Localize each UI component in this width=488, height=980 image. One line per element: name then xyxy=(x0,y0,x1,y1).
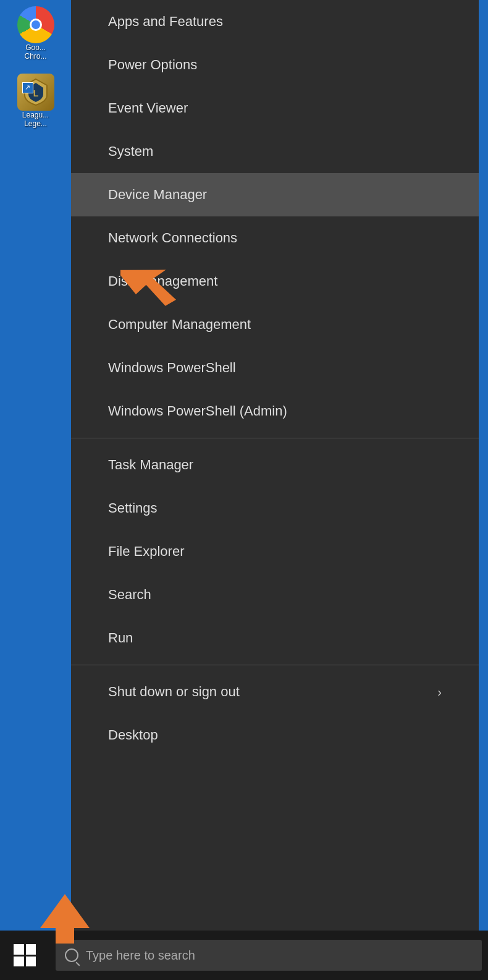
menu-item-power-options[interactable]: Power Options xyxy=(71,43,479,87)
chrome-desktop-icon[interactable]: Goo...Chro... xyxy=(8,6,64,61)
menu-item-search[interactable]: Search xyxy=(71,573,479,616)
search-placeholder-text: Type here to search xyxy=(86,948,195,963)
svg-text:L: L xyxy=(33,88,38,98)
chrome-icon-label: Goo...Chro... xyxy=(24,43,46,61)
taskbar-search-bar[interactable]: Type here to search xyxy=(56,940,482,971)
menu-item-apps-and-features[interactable]: Apps and Features xyxy=(71,0,479,43)
menu-item-device-manager[interactable]: Device Manager xyxy=(71,173,479,216)
menu-item-desktop[interactable]: Desktop xyxy=(71,714,479,757)
start-button[interactable] xyxy=(0,931,49,980)
context-menu: Apps and Features Power Options Event Vi… xyxy=(71,0,479,946)
menu-item-shut-down[interactable]: Shut down or sign out › xyxy=(71,670,479,714)
menu-item-windows-powershell[interactable]: Windows PowerShell xyxy=(71,346,479,390)
menu-item-system[interactable]: System xyxy=(71,130,479,173)
menu-item-windows-powershell-admin[interactable]: Windows PowerShell (Admin) xyxy=(71,390,479,433)
menu-item-computer-management[interactable]: Computer Management xyxy=(71,303,479,346)
menu-item-event-viewer[interactable]: Event Viewer xyxy=(71,87,479,130)
menu-item-task-manager[interactable]: Task Manager xyxy=(71,443,479,487)
taskbar: Type here to search xyxy=(0,931,488,980)
league-desktop-icon[interactable]: L Leagu...Lege... xyxy=(8,74,64,129)
menu-item-network-connections[interactable]: Network Connections xyxy=(71,216,479,260)
menu-item-run[interactable]: Run xyxy=(71,616,479,660)
chrome-icon-img xyxy=(17,6,54,43)
search-icon xyxy=(65,948,78,962)
league-icon-label: Leagu...Lege... xyxy=(22,111,49,129)
menu-divider-2 xyxy=(71,665,479,665)
menu-item-disk-management[interactable]: Disk Management xyxy=(71,260,479,303)
windows-logo-icon xyxy=(14,944,36,966)
league-shortcut-badge xyxy=(22,82,33,93)
menu-divider-1 xyxy=(71,438,479,438)
menu-item-file-explorer[interactable]: File Explorer xyxy=(71,530,479,573)
shut-down-arrow-icon: › xyxy=(437,685,442,699)
menu-item-settings[interactable]: Settings xyxy=(71,487,479,530)
desktop-icons-area: Goo...Chro... L Leagu...Lege... xyxy=(0,0,71,980)
